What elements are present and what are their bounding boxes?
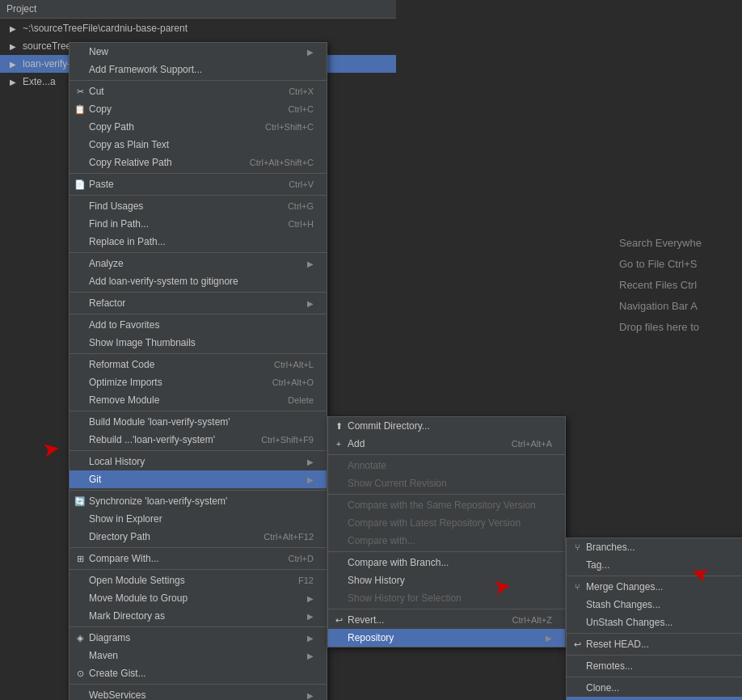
menu-item-copy[interactable]: 📋CopyCtrl+C: [70, 100, 327, 118]
synchronize-icon: 🔄: [74, 495, 86, 507]
menu-item-git-add[interactable]: +AddCtrl+Alt+A: [328, 435, 565, 453]
menu-item-replace-in-path[interactable]: Replace in Path...: [70, 233, 327, 251]
menu-label-copy-relative: Copy Relative Path: [89, 157, 234, 168]
menu-item-add-gitignore[interactable]: Add loan-verify-system to gitignore: [70, 272, 327, 290]
branches-icon: ⑂: [571, 542, 583, 553]
copy-icon: 📋: [74, 103, 86, 115]
menu-label-reformat: Reformat Code: [89, 359, 258, 370]
menu-item-clone[interactable]: Clone...: [567, 679, 742, 697]
menu-item-optimize[interactable]: Optimize ImportsCtrl+Alt+O: [70, 373, 327, 391]
menu-item-revert[interactable]: ↩Revert...Ctrl+Alt+Z: [328, 611, 565, 629]
menu-label-show-thumbnails: Show Image Thumbnails: [89, 337, 314, 348]
create-gist-icon: ⊙: [74, 668, 86, 679]
menu-item-stash[interactable]: Stash Changes...: [567, 596, 742, 614]
menu-item-tag[interactable]: Tag...: [567, 556, 742, 574]
context-menu-main: New▶Add Framework Support...✂CutCtrl+X📋C…: [69, 42, 327, 700]
menu-separator: [70, 450, 327, 451]
submenu-arrow-mark-dir: ▶: [307, 612, 314, 621]
menu-label-copy: Copy: [89, 103, 272, 115]
menu-separator: [567, 677, 742, 677]
ext-icon: ▶: [6, 75, 19, 88]
project-title: Project: [6, 3, 36, 15]
menu-item-dir-path[interactable]: Directory PathCtrl+Alt+F12: [70, 528, 327, 546]
menu-item-merge[interactable]: ⑂Merge Changes...: [567, 578, 742, 596]
menu-label-commit-dir: Commit Directory...: [348, 420, 552, 432]
submenu-arrow-webservices: ▶: [307, 691, 314, 700]
menu-item-unstash[interactable]: UnStash Changes...: [567, 614, 742, 631]
menu-item-new[interactable]: New▶: [70, 43, 327, 61]
menu-item-build-module[interactable]: Build Module 'loan-verify-system': [70, 413, 327, 431]
menu-item-branches[interactable]: ⑂Branches...: [567, 538, 742, 556]
menu-item-mark-dir[interactable]: Mark Directory as▶: [70, 607, 327, 625]
menu-label-diagrams: Diagrams: [89, 632, 307, 643]
menu-item-fetch[interactable]: Fetch: [567, 697, 742, 700]
menu-item-cut[interactable]: ✂CutCtrl+X: [70, 82, 327, 100]
menu-label-reset-head: Reset HEAD...: [586, 639, 742, 650]
menu-item-git[interactable]: Git▶: [70, 470, 327, 488]
menu-label-mark-dir: Mark Directory as: [89, 610, 307, 622]
nav-bar-hint: Navigation Bar A: [619, 296, 736, 317]
right-hints-panel: Search Everywhe Go to File Ctrl+S Recent…: [613, 226, 742, 344]
menu-label-create-gist: Create Gist...: [89, 668, 314, 679]
menu-label-maven: Maven: [89, 650, 307, 661]
menu-item-reformat[interactable]: Reformat CodeCtrl+Alt+L: [70, 356, 327, 373]
menu-item-copy-path[interactable]: Copy PathCtrl+Shift+C: [70, 118, 327, 136]
menu-item-reset-head[interactable]: ↩Reset HEAD...: [567, 635, 742, 653]
menu-item-move-module[interactable]: Move Module to Group▶: [70, 589, 327, 607]
menu-label-merge: Merge Changes...: [586, 581, 742, 592]
tree-item-cardniu[interactable]: ▶ ~:\sourceTreeFile\cardniu-base-parent: [0, 19, 396, 37]
menu-item-commit-dir[interactable]: ⬆Commit Directory...: [328, 417, 565, 435]
menu-item-remotes[interactable]: Remotes...: [567, 657, 742, 675]
menu-item-show-revision: Show Current Revision: [328, 474, 565, 492]
menu-separator: [70, 490, 327, 491]
shortcut-cut: Ctrl+X: [289, 86, 314, 96]
menu-item-synchronize[interactable]: 🔄Synchronize 'loan-verify-system': [70, 492, 327, 510]
menu-label-repository: Repository: [348, 632, 546, 643]
menu-item-diagrams[interactable]: ◈Diagrams▶: [70, 629, 327, 647]
menu-label-paste: Paste: [89, 179, 272, 190]
repository-submenu: ⑂Branches...Tag...⑂Merge Changes...Stash…: [566, 538, 742, 700]
menu-label-refactor: Refactor: [89, 297, 307, 309]
git-submenu: ⬆Commit Directory...+AddCtrl+Alt+AAnnota…: [327, 416, 566, 647]
menu-separator: [70, 684, 327, 685]
menu-label-stash: Stash Changes...: [586, 599, 742, 610]
menu-item-analyze[interactable]: Analyze▶: [70, 255, 327, 272]
shortcut-copy-relative: Ctrl+Alt+Shift+C: [250, 158, 314, 167]
menu-item-show-thumbnails[interactable]: Show Image Thumbnails: [70, 334, 327, 352]
menu-separator: [70, 411, 327, 411]
menu-item-copy-relative[interactable]: Copy Relative PathCtrl+Alt+Shift+C: [70, 154, 327, 171]
menu-item-find-usages[interactable]: Find UsagesCtrl+G: [70, 197, 327, 215]
menu-item-compare-branch[interactable]: Compare with Branch...: [328, 554, 565, 571]
menu-item-webservices[interactable]: WebServices▶: [70, 686, 327, 700]
menu-separator: [70, 569, 327, 570]
menu-item-refactor[interactable]: Refactor▶: [70, 294, 327, 312]
menu-item-find-in-path[interactable]: Find in Path...Ctrl+H: [70, 215, 327, 233]
menu-item-paste[interactable]: 📄PasteCtrl+V: [70, 175, 327, 193]
menu-item-compare[interactable]: ⊞Compare With...Ctrl+D: [70, 550, 327, 567]
menu-separator: [70, 252, 327, 253]
menu-item-maven[interactable]: Maven▶: [70, 647, 327, 664]
menu-item-show-explorer[interactable]: Show in Explorer: [70, 510, 327, 528]
menu-item-show-history[interactable]: Show History: [328, 571, 565, 589]
menu-item-create-gist[interactable]: ⊙Create Gist...: [70, 664, 327, 682]
cut-icon: ✂: [74, 86, 86, 97]
menu-item-local-history[interactable]: Local History▶: [70, 453, 327, 470]
menu-item-rebuild-module[interactable]: Rebuild ...'loan-verify-system'Ctrl+Shif…: [70, 431, 327, 449]
menu-item-copy-plain[interactable]: Copy as Plain Text: [70, 136, 327, 154]
menu-item-add-favorites[interactable]: Add to Favorites: [70, 316, 327, 334]
menu-separator: [567, 633, 742, 634]
menu-separator: [328, 551, 565, 552]
menu-item-module-settings[interactable]: Open Module SettingsF12: [70, 571, 327, 589]
menu-separator: [328, 609, 565, 609]
menu-label-compare-latest: Compare with Latest Repository Version: [348, 517, 552, 529]
shortcut-copy-path: Ctrl+Shift+C: [265, 122, 314, 132]
menu-label-remotes: Remotes...: [586, 660, 742, 672]
menu-label-build-module: Build Module 'loan-verify-system': [89, 416, 314, 428]
menu-item-add-framework[interactable]: Add Framework Support...: [70, 61, 327, 78]
shortcut-paste: Ctrl+V: [289, 179, 314, 189]
commit-dir-icon: ⬆: [333, 420, 344, 432]
menu-item-remove-module[interactable]: Remove ModuleDelete: [70, 391, 327, 409]
menu-item-repository[interactable]: Repository▶: [328, 629, 565, 647]
menu-label-git-add: Add: [348, 438, 495, 449]
menu-item-compare-latest: Compare with Latest Repository Version: [328, 514, 565, 532]
